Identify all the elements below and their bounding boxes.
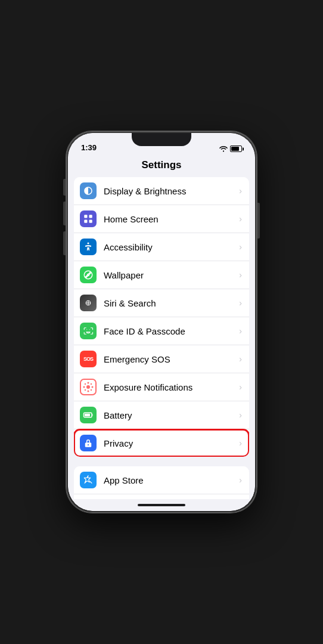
settings-row-wallpaper[interactable]: Wallpaper ›	[74, 261, 249, 289]
svg-rect-18	[85, 414, 90, 417]
homescreen-chevron: ›	[239, 214, 242, 224]
privacy-icon	[80, 435, 97, 451]
svg-point-7	[86, 385, 90, 389]
svg-point-11	[92, 386, 94, 388]
privacy-label: Privacy	[104, 438, 237, 448]
wallpaper-chevron: ›	[239, 270, 242, 280]
settings-row-homescreen[interactable]: Home Screen ›	[74, 205, 249, 233]
settings-row-privacy[interactable]: Privacy ›	[74, 429, 249, 457]
battery-status-icon	[230, 145, 242, 152]
wifi-icon	[219, 145, 228, 152]
page-title: Settings	[68, 154, 255, 177]
settings-content[interactable]: Display & Brightness › Home Screen ›	[68, 177, 255, 499]
faceid-label: Face ID & Passcode	[104, 326, 237, 336]
privacy-chevron: ›	[239, 438, 242, 448]
svg-rect-3	[89, 220, 92, 223]
svg-point-15	[91, 389, 92, 391]
svg-point-12	[85, 383, 86, 385]
settings-row-faceid[interactable]: Face ID & Passcode ›	[74, 317, 249, 345]
display-icon	[80, 182, 97, 199]
appstore-label: App Store	[104, 475, 237, 485]
accessibility-icon	[80, 239, 97, 255]
battery-label: Battery	[104, 410, 237, 420]
display-label: Display & Brightness	[104, 186, 237, 196]
home-bar-line	[138, 504, 185, 506]
status-time: 1:39	[81, 143, 97, 152]
power-button	[257, 203, 260, 239]
svg-rect-17	[92, 414, 93, 416]
wallpaper-icon	[80, 267, 97, 283]
svg-point-10	[83, 386, 85, 388]
volume-down-button	[63, 231, 66, 255]
faceid-chevron: ›	[239, 326, 242, 336]
siri-label: Siri & Search	[104, 298, 237, 308]
battery-icon	[80, 407, 97, 423]
homescreen-icon	[80, 210, 97, 227]
appstore-icon	[80, 472, 97, 488]
svg-point-4	[88, 243, 89, 244]
mute-button	[63, 179, 66, 196]
settings-section-1: Display & Brightness › Home Screen ›	[74, 177, 249, 457]
display-chevron: ›	[239, 186, 242, 196]
exposure-chevron: ›	[239, 382, 242, 392]
notch	[132, 133, 191, 146]
svg-point-20	[88, 444, 89, 445]
phone-screen: 1:39 Settings	[68, 133, 255, 511]
volume-up-button	[63, 202, 66, 225]
status-bar: 1:39	[68, 133, 255, 154]
svg-rect-2	[84, 220, 87, 223]
accessibility-chevron: ›	[239, 242, 242, 252]
faceid-icon	[80, 323, 97, 339]
settings-row-wallet[interactable]: Wallet & Apple Pay ›	[74, 494, 249, 499]
settings-row-exposure[interactable]: Exposure Notifications ›	[74, 373, 249, 401]
settings-row-sos[interactable]: SOS Emergency SOS ›	[74, 345, 249, 373]
homescreen-label: Home Screen	[104, 214, 237, 224]
settings-row-siri[interactable]: Siri & Search ›	[74, 289, 249, 317]
svg-point-14	[85, 389, 86, 391]
sos-chevron: ›	[239, 354, 242, 364]
appstore-chevron: ›	[239, 475, 242, 485]
sos-icon: SOS	[80, 351, 97, 367]
battery-chevron: ›	[239, 410, 242, 420]
settings-section-2: App Store › Wallet & Apple Pay ›	[74, 466, 249, 499]
svg-rect-0	[84, 215, 87, 218]
svg-point-9	[88, 391, 89, 392]
home-bar	[68, 499, 255, 511]
siri-icon	[80, 295, 97, 311]
screen-content: 1:39 Settings	[68, 133, 255, 511]
settings-row-display[interactable]: Display & Brightness ›	[74, 177, 249, 205]
phone-frame: 1:39 Settings	[66, 131, 257, 513]
settings-row-battery[interactable]: Battery ›	[74, 401, 249, 429]
settings-row-accessibility[interactable]: Accessibility ›	[74, 233, 249, 261]
sos-label: Emergency SOS	[104, 354, 237, 364]
svg-point-8	[88, 382, 89, 384]
status-icons	[219, 145, 242, 152]
accessibility-label: Accessibility	[104, 242, 237, 252]
svg-rect-1	[89, 215, 92, 218]
exposure-label: Exposure Notifications	[104, 382, 237, 392]
wallpaper-label: Wallpaper	[104, 270, 237, 280]
svg-point-13	[91, 383, 92, 385]
settings-row-appstore[interactable]: App Store ›	[74, 466, 249, 494]
siri-chevron: ›	[239, 298, 242, 308]
exposure-icon	[80, 379, 97, 395]
